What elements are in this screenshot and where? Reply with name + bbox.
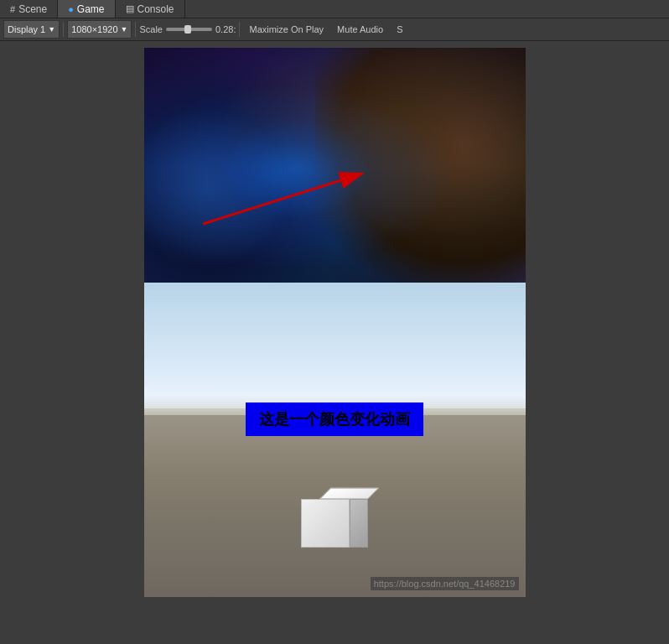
stats-label: S — [397, 24, 402, 34]
display-selector[interactable]: Display 1 ▼ — [3, 20, 60, 39]
url-label: https://blog.csdn.net/qq_41468219 — [371, 577, 519, 590]
cube-right-face — [350, 499, 368, 548]
tab-scene[interactable]: # Scene — [0, 0, 58, 18]
resolution-chevron-icon: ▼ — [121, 25, 128, 34]
stats-button[interactable]: S — [391, 20, 408, 39]
game-scene-panel: 这是一个颜色变化动画 https://blog.csdn.net/qq_4146… — [144, 283, 526, 597]
art-overlay — [144, 48, 526, 283]
3d-cube — [301, 480, 368, 556]
tab-console[interactable]: ▤ Console — [116, 0, 185, 18]
main-content: 这是一个颜色变化动画 https://blog.csdn.net/qq_4146… — [0, 41, 669, 644]
maximize-label: Maximize On Play — [249, 24, 324, 34]
toolbar-divider-2 — [135, 22, 136, 37]
game-tab-icon: ● — [68, 4, 74, 14]
tab-game-label: Game — [77, 3, 105, 15]
cube-front-face — [301, 499, 350, 548]
tab-game[interactable]: ● Game — [58, 0, 115, 18]
mute-audio-button[interactable]: Mute Audio — [331, 22, 389, 37]
display-chevron-icon: ▼ — [48, 25, 55, 34]
display-label: Display 1 — [8, 24, 45, 34]
game-viewport: 这是一个颜色变化动画 https://blog.csdn.net/qq_4146… — [144, 48, 526, 597]
toolbar: Display 1 ▼ 1080×1920 ▼ Scale 0.28: Maxi… — [0, 18, 669, 41]
color-animation-text-box: 这是一个颜色变化动画 — [246, 402, 423, 436]
scale-text-label: Scale — [139, 24, 163, 34]
tab-scene-label: Scene — [18, 3, 47, 15]
toolbar-divider-3 — [239, 22, 240, 37]
scale-slider[interactable] — [166, 28, 212, 31]
scale-value-label: 0.28: — [215, 24, 236, 34]
color-animation-label: 这是一个颜色变化动画 — [259, 411, 410, 428]
console-tab-icon: ▤ — [126, 3, 134, 14]
resolution-label: 1080×1920 — [71, 24, 117, 34]
mute-label: Mute Audio — [337, 24, 383, 34]
maximize-on-play-button[interactable]: Maximize On Play — [243, 22, 329, 37]
scale-slider-thumb — [184, 25, 191, 34]
game-art-panel — [144, 48, 526, 283]
cube-mesh — [301, 480, 368, 548]
tab-console-label: Console — [137, 3, 174, 15]
toolbar-divider-1 — [63, 22, 64, 37]
tab-bar: # Scene ● Game ▤ Console — [0, 0, 669, 18]
scene-tab-icon: # — [10, 4, 15, 14]
resolution-selector[interactable]: 1080×1920 ▼ — [67, 20, 132, 39]
scale-control: Scale 0.28: — [139, 24, 236, 34]
